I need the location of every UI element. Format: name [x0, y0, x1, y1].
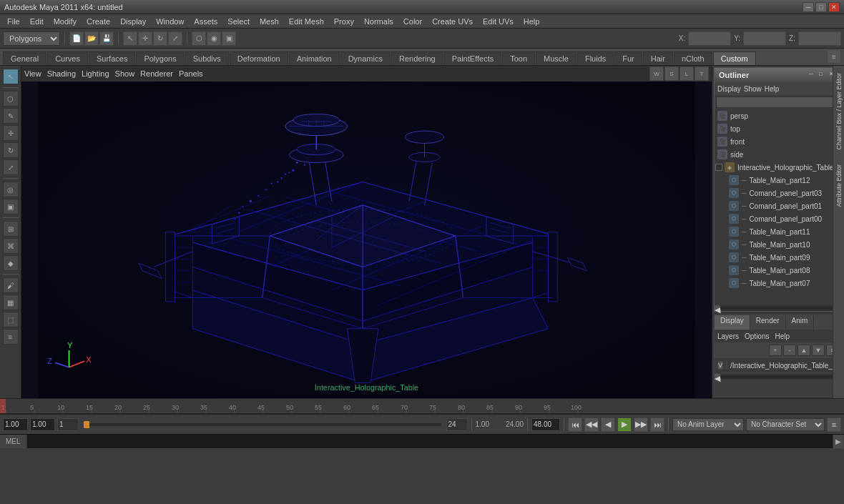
- select-mode-btn[interactable]: ↖: [3, 69, 19, 84]
- layer-del-btn[interactable]: -: [783, 345, 796, 356]
- close-button[interactable]: ✕: [828, 2, 840, 12]
- mode-dropdown[interactable]: Polygons: [3, 31, 60, 46]
- vp-lit-btn[interactable]: L: [679, 66, 694, 81]
- menu-display[interactable]: Display: [116, 16, 150, 27]
- outliner-hscrollbar[interactable]: ◀ ▶: [715, 305, 842, 311]
- menu-file[interactable]: File: [3, 16, 24, 27]
- scale-tool-btn[interactable]: ⤢: [168, 31, 182, 46]
- start-time-field[interactable]: [3, 418, 28, 431]
- paint-btn[interactable]: ✎: [3, 108, 19, 124]
- layer-color-swatch[interactable]: [726, 361, 727, 370]
- tab-general[interactable]: General: [3, 51, 46, 65]
- outliner-item-front[interactable]: 🎥 front: [715, 135, 842, 148]
- outliner-minimize[interactable]: ─: [809, 71, 818, 79]
- tab-custom[interactable]: Custom: [713, 51, 756, 65]
- ol-menu-show[interactable]: Show: [744, 85, 762, 93]
- menu-mesh[interactable]: Mesh: [255, 16, 283, 27]
- current-time-field[interactable]: [30, 418, 55, 431]
- menu-create[interactable]: Create: [82, 16, 114, 27]
- play-btn[interactable]: ▶: [617, 417, 632, 432]
- outliner-item-part10[interactable]: ⬡ ─ Table_Main_part10: [715, 238, 842, 251]
- snap-curve-btn[interactable]: ⌘: [3, 238, 19, 254]
- fps-field[interactable]: [531, 418, 560, 431]
- y-field[interactable]: [743, 31, 786, 46]
- menu-color[interactable]: Color: [399, 16, 426, 27]
- scale-btn[interactable]: ⤢: [3, 159, 19, 175]
- render-btn[interactable]: ▣: [222, 31, 236, 46]
- menu-help[interactable]: Help: [519, 16, 544, 27]
- tab-rendering[interactable]: Rendering: [391, 51, 443, 65]
- group-collapse-checkbox[interactable]: [715, 161, 723, 174]
- end-frame-field[interactable]: [446, 418, 468, 431]
- tab-fur[interactable]: Fur: [614, 51, 642, 65]
- vp-menu-panels[interactable]: Panels: [179, 69, 203, 78]
- layer-tab-anim[interactable]: Anim: [786, 315, 815, 330]
- tab-deformation[interactable]: Deformation: [230, 51, 288, 65]
- z-field[interactable]: [798, 31, 841, 46]
- vp-texture-btn[interactable]: T: [695, 66, 709, 81]
- tab-toon[interactable]: Toon: [502, 51, 535, 65]
- outliner-item-part08[interactable]: ⬡ ─ Table_Main_part08: [715, 264, 842, 277]
- step-back-btn[interactable]: ◀◀: [584, 417, 599, 432]
- menu-normals[interactable]: Normals: [360, 16, 398, 27]
- layer-tab-render[interactable]: Render: [750, 315, 786, 330]
- open-file-btn[interactable]: 📂: [84, 31, 99, 46]
- vp-menu-lighting[interactable]: Lighting: [82, 69, 109, 78]
- character-dropdown[interactable]: No Character Set: [746, 418, 825, 431]
- new-file-btn[interactable]: 📄: [69, 31, 84, 46]
- vp-menu-shading[interactable]: Shading: [47, 69, 76, 78]
- outliner-item-top[interactable]: 🎥 top: [715, 122, 842, 135]
- tab-hair[interactable]: Hair: [643, 51, 673, 65]
- menu-edit-uvs[interactable]: Edit UVs: [479, 16, 518, 27]
- menu-proxy[interactable]: Proxy: [330, 16, 358, 27]
- outliner-item-interactive-table[interactable]: ◈ Interactive_Holographic_Table: [723, 161, 842, 174]
- snap-grid-btn[interactable]: ⊞: [3, 221, 19, 237]
- menu-select[interactable]: Select: [223, 16, 254, 27]
- vp-menu-view[interactable]: View: [24, 69, 41, 78]
- menu-window[interactable]: Window: [152, 16, 188, 27]
- ol-menu-help[interactable]: Help: [765, 85, 780, 93]
- outliner-hscroll-left[interactable]: ◀: [715, 305, 720, 311]
- timeline-ruler[interactable]: 1 5 10 15 20 25 30 35 40 45 50 55 60 65 …: [0, 398, 844, 414]
- expand-checkbox[interactable]: [715, 164, 722, 171]
- menu-edit[interactable]: Edit: [26, 16, 48, 27]
- outliner-item-cpanel03[interactable]: ⬡ ─ Comand_panel_part03: [715, 187, 842, 199]
- outliner-item-persp[interactable]: 🎥 persp: [715, 109, 842, 122]
- viewport-canvas[interactable]: X Y Z Interactive_Holographic_Table: [21, 81, 712, 398]
- smooth-btn[interactable]: ◉: [207, 31, 221, 46]
- layer-menu-help[interactable]: Help: [775, 332, 790, 340]
- menu-modify[interactable]: Modify: [49, 16, 81, 27]
- anim-layer-dropdown[interactable]: No Anim Layer: [672, 418, 744, 431]
- channel-box-tab[interactable]: Channel Box / Layer Editor: [835, 73, 843, 150]
- current-frame-field[interactable]: [57, 418, 79, 431]
- layer-new-btn[interactable]: +: [769, 345, 782, 356]
- outliner-group-row[interactable]: ◈ Interactive_Holographic_Table: [715, 161, 842, 174]
- tab-options-btn[interactable]: ≡: [827, 49, 841, 64]
- mel-input[interactable]: [27, 435, 833, 448]
- tab-curves[interactable]: Curves: [47, 51, 88, 65]
- soft-select-btn[interactable]: ◎: [3, 182, 19, 197]
- maximize-button[interactable]: □: [815, 2, 827, 12]
- layer-move-dn-btn[interactable]: ▼: [812, 345, 825, 356]
- tab-ncloth[interactable]: nCloth: [674, 51, 712, 65]
- tab-animation[interactable]: Animation: [289, 51, 340, 65]
- prev-frame-btn[interactable]: ◀: [601, 417, 615, 432]
- component-btn[interactable]: ▣: [3, 199, 19, 214]
- save-file-btn[interactable]: 💾: [99, 31, 114, 46]
- outliner-maximize[interactable]: □: [819, 71, 828, 79]
- move-tool-btn[interactable]: ✛: [138, 31, 152, 46]
- outliner-item-cpanel01[interactable]: ⬡ ─ Comand_panel_part01: [715, 199, 842, 212]
- playback-options-btn[interactable]: ≡: [827, 417, 841, 432]
- vp-menu-renderer[interactable]: Renderer: [140, 69, 173, 78]
- vp-menu-show[interactable]: Show: [115, 69, 135, 78]
- menu-assets[interactable]: Assets: [190, 16, 222, 27]
- outliner-item-cpanel00[interactable]: ⬡ ─ Comand_panel_part00: [715, 212, 842, 225]
- goto-start-btn[interactable]: ⏮: [568, 417, 582, 432]
- outliner-item-part07[interactable]: ⬡ ─ Table_Main_part07: [715, 277, 842, 290]
- tab-fluids[interactable]: Fluids: [577, 51, 614, 65]
- select-tool-btn[interactable]: ↖: [123, 31, 137, 46]
- scrubber-handle[interactable]: [84, 421, 89, 428]
- sculpt-btn[interactable]: 🖌: [3, 277, 19, 293]
- menu-edit-mesh[interactable]: Edit Mesh: [285, 16, 328, 27]
- menu-create-uvs[interactable]: Create UVs: [428, 16, 477, 27]
